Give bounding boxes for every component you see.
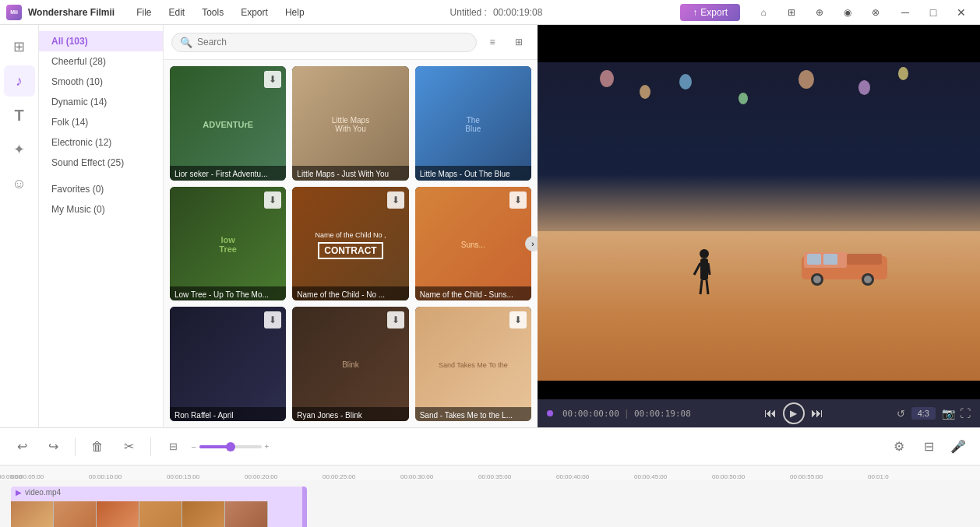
sidebar-item-effects[interactable]: ✦ — [4, 134, 35, 165]
user-icon-btn[interactable]: ◉ — [837, 2, 858, 23]
cart-icon-btn[interactable]: ⊕ — [809, 2, 830, 23]
download-button[interactable]: ⬇ — [387, 191, 404, 209]
list-item[interactable]: Sand Takes Me To the ⬇ Sand - Takes Me t… — [415, 307, 531, 421]
list-item[interactable]: Blink ⬇ Ryan Jones - Blink — [292, 307, 408, 421]
ruler-tick-4: 00:00:20:00 — [245, 473, 323, 480]
ruler-tick-3: 00:00:15:00 — [167, 473, 245, 480]
sidebar-icons: ⊞ ♪ T ✦ ☺ — [0, 25, 39, 427]
scroll-right-button[interactable]: › — [525, 236, 538, 251]
snapshot-button[interactable]: 📷 — [942, 407, 955, 420]
track-resize-handle[interactable] — [302, 487, 307, 527]
list-item[interactable]: ⬇ Ron Raffel - April — [170, 307, 286, 421]
ruler-tick-9: 00:00:45:00 — [634, 473, 712, 480]
menu-tools[interactable]: Tools — [194, 5, 231, 19]
export-icon: ↑ — [693, 7, 697, 18]
menu-file[interactable]: File — [129, 5, 159, 19]
zoom-track[interactable] — [199, 445, 262, 448]
svg-line-12 — [708, 263, 710, 275]
home-icon-btn[interactable]: ⌂ — [753, 2, 774, 23]
menu-export[interactable]: Export — [233, 5, 276, 19]
redo-button[interactable]: ↪ — [41, 434, 65, 459]
menu-help[interactable]: Help — [277, 5, 312, 19]
list-item[interactable]: TheBlue Little Maps - Out The Blue — [415, 66, 531, 181]
ruler-tick-1: 00:00:05:00 — [11, 473, 89, 480]
balloon-2 — [640, 85, 650, 99]
svg-line-13 — [700, 280, 702, 294]
bookmark-icon-btn[interactable]: ⊞ — [781, 2, 802, 23]
timeline-ruler: 00:00:00:00 00:00:05:00 00:00:10:00 00:0… — [0, 465, 980, 480]
menu-edit[interactable]: Edit — [160, 5, 192, 19]
export-button[interactable]: ↑ Export — [680, 4, 740, 21]
ground-layer — [538, 231, 980, 399]
delete-button[interactable]: 🗑 — [85, 434, 110, 459]
card-title: Ryan Jones - Blink — [292, 407, 408, 421]
balloon-6 — [858, 80, 870, 95]
sidebar-item-sticker[interactable]: ☺ — [4, 168, 35, 199]
category-cheerful[interactable]: Cheerful (28) — [39, 51, 163, 72]
skip-back-button[interactable]: ⏮ — [764, 406, 777, 420]
adjustments-button[interactable]: ⊟ — [916, 434, 941, 459]
list-item[interactable]: Suns... ⬇ Name of the Child - Suns... — [415, 187, 531, 301]
list-item[interactable]: Name of the Child No , CONTRACT ⬇ Name o… — [292, 187, 408, 301]
search-box[interactable]: 🔍 — [171, 33, 477, 52]
category-sound-effect[interactable]: Sound Effect (25) — [39, 153, 163, 173]
microphone-button[interactable]: 🎤 — [946, 434, 971, 459]
track-header: ▶ video.mp4 — [16, 488, 61, 497]
category-folk[interactable]: Folk (14) — [39, 112, 163, 132]
music-icon: ♪ — [16, 73, 23, 90]
titlebar-icon-group: ⌂ ⊞ ⊕ ◉ ⊗ — [753, 2, 887, 23]
toolbar-divider-1 — [75, 437, 76, 456]
aspect-ratio-button[interactable]: 4:3 — [911, 407, 936, 420]
ruler-ticks: 00:00:00:00 00:00:05:00 00:00:10:00 00:0… — [0, 466, 980, 480]
category-my-music[interactable]: My Music (0) — [39, 199, 163, 220]
list-item[interactable]: ADVENTUrE ⬇ Lior seker - First Adventu..… — [170, 66, 286, 181]
card-overlay-text: Little MapsWith You — [329, 113, 372, 136]
cut-button[interactable]: ✂ — [116, 434, 141, 459]
category-smooth[interactable]: Smooth (10) — [39, 72, 163, 92]
download-button[interactable]: ⬇ — [509, 191, 527, 209]
sidebar-item-media[interactable]: ⊞ — [4, 31, 35, 62]
category-all[interactable]: All (103) — [39, 31, 163, 51]
logo-letter: Mii — [10, 9, 18, 15]
gift-icon-btn[interactable]: ⊗ — [865, 2, 887, 23]
list-item[interactable]: Little MapsWith You Little Maps - Just W… — [292, 66, 408, 181]
search-input[interactable] — [197, 37, 468, 47]
download-button[interactable]: ⬇ — [387, 311, 404, 328]
filter-button[interactable]: ≡ — [481, 31, 503, 53]
track-thumb-4 — [139, 501, 182, 527]
close-button[interactable]: ✕ — [949, 0, 974, 25]
video-track[interactable]: ▶ video.mp4 — [11, 487, 307, 527]
search-icon: 🔍 — [180, 37, 192, 48]
download-button[interactable]: ⬇ — [264, 191, 281, 209]
download-button[interactable]: ⬇ — [509, 311, 527, 328]
zoom-thumb[interactable] — [226, 442, 235, 451]
preview-video — [538, 25, 980, 399]
category-favorites[interactable]: Favorites (0) — [39, 179, 163, 199]
undo-button[interactable]: ↩ — [9, 434, 34, 459]
download-button[interactable]: ⬇ — [264, 311, 281, 328]
sidebar-item-text[interactable]: T — [4, 100, 35, 131]
list-item[interactable]: lowTree ⬇ Low Tree - Up To The Mo... — [170, 187, 286, 301]
sidebar-item-music[interactable]: ♪ — [4, 65, 35, 97]
category-electronic[interactable]: Electronic (12) — [39, 132, 163, 153]
maximize-button[interactable]: □ — [921, 0, 946, 25]
zoom-minus-icon: – — [192, 442, 196, 451]
ruler-tick-12: 00:01:0 — [868, 473, 946, 480]
preview-panel: 00:00:00:00 | 00:00:19:08 ⏮ ▶ ⏭ ↺ 4:3 📷 … — [538, 25, 980, 427]
download-button[interactable]: ⬇ — [264, 71, 281, 88]
grid-view-button[interactable]: ⊞ — [508, 31, 530, 53]
split-button[interactable]: ⊟ — [160, 434, 185, 459]
svg-line-14 — [707, 280, 708, 294]
settings-button[interactable]: ⚙ — [887, 434, 911, 459]
video-icon: ▶ — [16, 488, 22, 497]
category-dynamic[interactable]: Dynamic (14) — [39, 92, 163, 112]
fullscreen-button[interactable]: ⛶ — [960, 407, 971, 420]
card-overlay-text: TheBlue — [462, 113, 484, 136]
loop-button[interactable]: ↺ — [897, 408, 905, 420]
minimize-button[interactable]: ─ — [893, 0, 918, 25]
play-button[interactable]: ▶ — [783, 402, 805, 424]
svg-point-5 — [813, 276, 821, 283]
svg-rect-3 — [823, 254, 837, 265]
skip-forward-button[interactable]: ⏭ — [811, 406, 823, 420]
zoom-fill — [199, 445, 227, 448]
